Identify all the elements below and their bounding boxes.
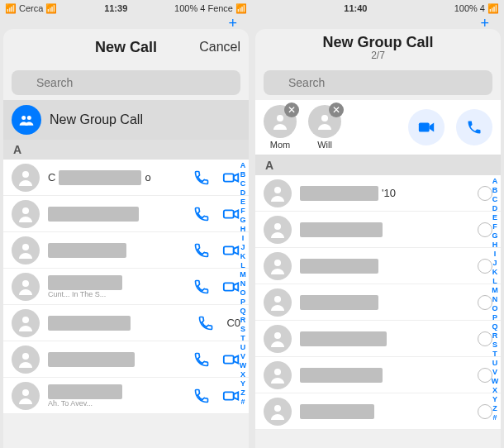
- svg-point-3: [27, 116, 31, 120]
- redacted-name: [300, 295, 378, 310]
- index-letter[interactable]: O: [240, 288, 245, 297]
- contact-content: '10: [300, 186, 469, 201]
- index-letter[interactable]: E: [492, 213, 497, 222]
- index-letter[interactable]: L: [240, 261, 245, 269]
- index-letter[interactable]: U: [240, 343, 246, 351]
- index-letter[interactable]: V: [240, 352, 245, 360]
- index-letter[interactable]: D: [240, 188, 246, 197]
- phone-icon[interactable]: [197, 314, 215, 332]
- index-letter[interactable]: X: [240, 370, 245, 379]
- index-letter[interactable]: O: [492, 304, 497, 312]
- index-letter[interactable]: W: [240, 361, 247, 369]
- index-letter[interactable]: P: [240, 298, 245, 306]
- phone-icon[interactable]: [193, 278, 211, 296]
- contact-row[interactable]: [255, 321, 501, 357]
- index-letter[interactable]: R: [240, 316, 246, 324]
- index-letter[interactable]: N: [492, 295, 498, 303]
- contact-row[interactable]: [255, 357, 501, 393]
- index-letter[interactable]: B: [492, 186, 498, 194]
- remove-chip-button[interactable]: ✕: [284, 102, 299, 117]
- svg-rect-9: [224, 246, 234, 254]
- index-letter[interactable]: Z: [240, 388, 245, 397]
- index-letter[interactable]: A: [492, 177, 498, 185]
- index-letter[interactable]: N: [240, 279, 246, 288]
- index-letter[interactable]: T: [240, 334, 245, 342]
- contact-row[interactable]: [255, 212, 501, 248]
- index-letter[interactable]: M: [492, 286, 498, 294]
- index-letter[interactable]: K: [240, 252, 246, 260]
- contact-row[interactable]: '10: [255, 175, 501, 212]
- index-letter[interactable]: H: [492, 241, 498, 249]
- index-letter[interactable]: Y: [492, 395, 497, 403]
- index-letter[interactable]: G: [240, 216, 245, 224]
- contact-row[interactable]: [3, 196, 249, 232]
- index-letter[interactable]: W: [492, 377, 499, 385]
- phone-icon[interactable]: [193, 387, 211, 405]
- phone-icon[interactable]: [193, 350, 211, 369]
- search-input[interactable]: [264, 70, 492, 95]
- chip-name: Will: [317, 140, 332, 150]
- index-letter[interactable]: M: [240, 270, 246, 279]
- index-letter[interactable]: #: [240, 398, 245, 406]
- index-letter[interactable]: R: [492, 331, 498, 340]
- index-letter[interactable]: P: [492, 313, 497, 322]
- index-letter[interactable]: F: [240, 207, 245, 215]
- index-letter[interactable]: B: [240, 170, 246, 179]
- index-letter[interactable]: A: [240, 161, 246, 169]
- svg-point-10: [22, 280, 29, 287]
- index-letter[interactable]: H: [240, 225, 246, 233]
- index-letter[interactable]: F: [492, 222, 497, 231]
- index-letter[interactable]: G: [492, 231, 497, 240]
- index-letter[interactable]: J: [492, 259, 497, 267]
- index-letter[interactable]: Y: [240, 379, 245, 388]
- index-letter[interactable]: K: [492, 268, 498, 276]
- index-letter[interactable]: V: [492, 368, 497, 376]
- index-letter[interactable]: S: [492, 341, 497, 349]
- index-letter[interactable]: X: [492, 386, 497, 394]
- remove-chip-button[interactable]: ✕: [329, 102, 344, 117]
- index-letter[interactable]: J: [240, 243, 245, 251]
- status-left: 📶 Cerca 📶: [5, 3, 57, 14]
- phone-icon[interactable]: [193, 205, 211, 223]
- contact-row[interactable]: C0: [3, 305, 249, 341]
- wifi-icon: 📶: [235, 3, 247, 14]
- index-letter[interactable]: T: [492, 350, 497, 358]
- contact-row[interactable]: Cunt... In The S...: [3, 269, 249, 305]
- index-letter[interactable]: E: [240, 198, 245, 206]
- contact-row[interactable]: [3, 232, 249, 269]
- contact-row[interactable]: [255, 284, 501, 321]
- index-letter[interactable]: C: [492, 195, 498, 203]
- alpha-index[interactable]: ABCDEFGHIJKLMNOPQRSTUVWXYZ#: [489, 175, 501, 448]
- contact-row[interactable]: [3, 341, 249, 378]
- index-letter[interactable]: Z: [492, 404, 497, 412]
- carrier: Cerca: [19, 3, 43, 13]
- search-input[interactable]: [12, 70, 240, 95]
- index-letter[interactable]: S: [240, 325, 245, 333]
- contact-row[interactable]: Ah. To Avev...: [3, 378, 249, 414]
- redacted-name: [300, 404, 374, 419]
- alpha-index[interactable]: ABCDEFGHIJKLMNOPQRSTUVWXYZ#: [237, 160, 249, 448]
- svg-point-20: [321, 115, 328, 122]
- new-group-call-row[interactable]: New Group Call: [3, 100, 249, 140]
- phone-icon[interactable]: [193, 241, 211, 260]
- index-letter[interactable]: Q: [492, 322, 497, 331]
- index-letter[interactable]: L: [492, 277, 497, 285]
- chip-name: Mom: [270, 140, 290, 150]
- video-call-button[interactable]: [408, 109, 445, 145]
- contact-row[interactable]: Co: [3, 160, 249, 196]
- avatar: [264, 398, 292, 426]
- index-letter[interactable]: U: [492, 359, 498, 367]
- index-letter[interactable]: #: [492, 413, 497, 422]
- index-letter[interactable]: I: [242, 234, 245, 242]
- cancel-button[interactable]: Cancel: [199, 40, 240, 55]
- index-letter[interactable]: I: [494, 250, 497, 258]
- index-letter[interactable]: D: [492, 204, 498, 212]
- index-letter[interactable]: Q: [240, 307, 245, 315]
- voice-call-button[interactable]: [456, 109, 492, 145]
- index-letter[interactable]: C: [240, 179, 246, 188]
- contact-row[interactable]: [255, 393, 501, 430]
- phone-icon[interactable]: [193, 169, 211, 187]
- contact-row[interactable]: [255, 248, 501, 284]
- avatar: [264, 179, 292, 207]
- contact-content: Co: [48, 170, 184, 185]
